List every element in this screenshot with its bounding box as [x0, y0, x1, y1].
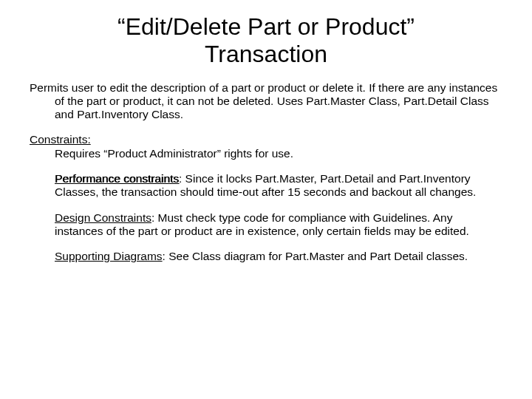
- design-paragraph: Design Constraints: Must check type code…: [30, 211, 502, 239]
- supporting-text: See Class diagram for Part.Master and Pa…: [166, 250, 468, 262]
- slide-container: “Edit/Delete Part or Product” Transactio…: [0, 0, 532, 399]
- constraints-label: Constraints:: [30, 133, 91, 146]
- performance-paragraph: Performance constraints: Since it locks …: [30, 172, 502, 200]
- title-line-1: “Edit/Delete Part or Product”: [117, 13, 415, 40]
- slide-title: “Edit/Delete Part or Product” Transactio…: [30, 13, 502, 68]
- intro-paragraph: Permits user to edit the description of …: [30, 81, 502, 122]
- design-label: Design Constraints: [55, 211, 151, 224]
- constraints-paragraph: Constraints: Requires “Product Administr…: [30, 133, 502, 160]
- slide-body: Permits user to edit the description of …: [30, 81, 502, 264]
- performance-label: Performance constraints: [55, 172, 179, 185]
- title-line-2: Transaction: [205, 41, 327, 67]
- constraints-text: Requires “Product Administrator” rights …: [55, 147, 293, 160]
- supporting-label: Supporting Diagrams: [55, 250, 163, 262]
- supporting-paragraph: Supporting Diagrams: See Class diagram f…: [30, 250, 502, 263]
